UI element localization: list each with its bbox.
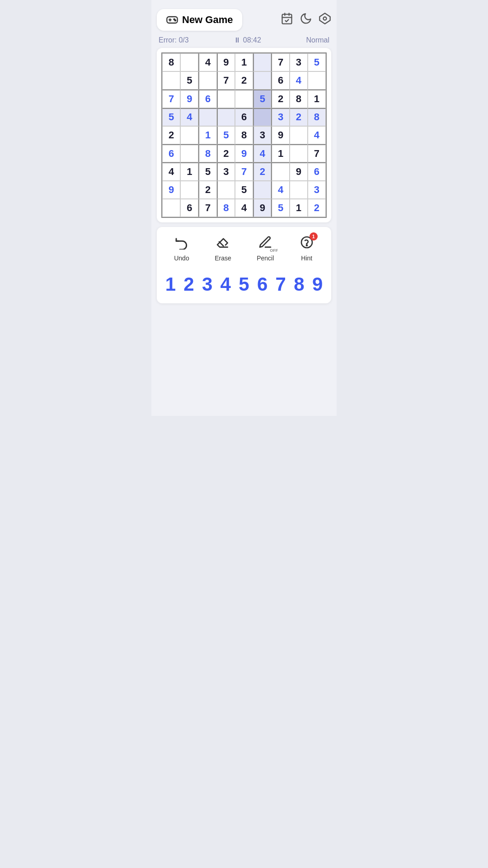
num-5-button[interactable]: 5 — [236, 272, 252, 297]
undo-button[interactable]: Undo — [174, 235, 189, 262]
cell[interactable]: 1 — [290, 199, 308, 217]
cell[interactable]: 3 — [217, 162, 235, 180]
cell[interactable]: 8 — [290, 90, 308, 108]
cell[interactable]: 5 — [235, 181, 253, 199]
cell[interactable] — [162, 71, 180, 90]
cell[interactable]: 5 — [308, 53, 326, 71]
cell[interactable] — [271, 162, 289, 180]
cell[interactable]: 6 — [235, 108, 253, 126]
cell[interactable]: 1 — [198, 126, 216, 144]
moon-icon[interactable] — [300, 12, 312, 28]
cell[interactable]: 7 — [308, 144, 326, 162]
cell[interactable]: 2 — [271, 90, 289, 108]
cell[interactable]: 9 — [180, 90, 198, 108]
cell[interactable]: 8 — [162, 53, 180, 71]
cell[interactable]: 6 — [308, 162, 326, 180]
cell[interactable]: 9 — [271, 126, 289, 144]
cell[interactable]: 6 — [162, 144, 180, 162]
cell[interactable]: 6 — [180, 199, 198, 217]
cell[interactable]: 8 — [235, 126, 253, 144]
cell[interactable]: 3 — [290, 53, 308, 71]
header-icons — [281, 12, 331, 28]
cell[interactable]: 6 — [198, 90, 216, 108]
cell[interactable]: 4 — [290, 71, 308, 90]
cell[interactable] — [198, 108, 216, 126]
cell[interactable] — [217, 108, 235, 126]
cell[interactable]: 2 — [217, 144, 235, 162]
cell[interactable]: 6 — [271, 71, 289, 90]
cell[interactable]: 2 — [235, 71, 253, 90]
cell[interactable] — [290, 144, 308, 162]
cell[interactable]: 7 — [162, 90, 180, 108]
pencil-button[interactable]: OFF Pencil — [257, 235, 274, 262]
cell[interactable]: 5 — [271, 199, 289, 217]
num-7-button[interactable]: 7 — [272, 272, 289, 297]
cell[interactable]: 8 — [308, 108, 326, 126]
cell[interactable] — [217, 90, 235, 108]
cell[interactable] — [180, 126, 198, 144]
cell[interactable]: 2 — [198, 181, 216, 199]
cell[interactable] — [180, 53, 198, 71]
cell[interactable]: 2 — [308, 199, 326, 217]
cell[interactable] — [253, 71, 271, 90]
cell[interactable]: 8 — [198, 144, 216, 162]
cell[interactable]: 3 — [253, 126, 271, 144]
cell[interactable]: 5 — [162, 108, 180, 126]
cell[interactable] — [198, 71, 216, 90]
cell[interactable]: 4 — [253, 144, 271, 162]
cell[interactable] — [253, 108, 271, 126]
cell[interactable] — [180, 181, 198, 199]
cell[interactable] — [290, 126, 308, 144]
cell[interactable]: 1 — [235, 53, 253, 71]
num-1-button[interactable]: 1 — [162, 272, 178, 297]
num-2-button[interactable]: 2 — [181, 272, 197, 297]
cell[interactable]: 1 — [271, 144, 289, 162]
cell[interactable]: 2 — [290, 108, 308, 126]
cell[interactable]: 5 — [253, 90, 271, 108]
num-4-button[interactable]: 4 — [217, 272, 234, 297]
settings-icon[interactable] — [319, 12, 331, 28]
cell[interactable] — [180, 144, 198, 162]
num-8-button[interactable]: 8 — [291, 272, 307, 297]
num-6-button[interactable]: 6 — [254, 272, 271, 297]
cell[interactable] — [290, 181, 308, 199]
cell[interactable]: 4 — [308, 126, 326, 144]
cell[interactable]: 9 — [217, 53, 235, 71]
cell[interactable]: 4 — [180, 108, 198, 126]
cell[interactable]: 3 — [271, 108, 289, 126]
cell[interactable]: 4 — [235, 199, 253, 217]
cell[interactable]: 9 — [162, 181, 180, 199]
cell[interactable]: 9 — [253, 199, 271, 217]
num-3-button[interactable]: 3 — [199, 272, 216, 297]
cell[interactable]: 5 — [198, 162, 216, 180]
new-game-button[interactable]: New Game — [157, 9, 242, 31]
hint-button[interactable]: 1 Hint — [300, 235, 314, 262]
cell[interactable] — [253, 53, 271, 71]
calendar-check-icon[interactable] — [281, 12, 293, 28]
cell[interactable] — [308, 71, 326, 90]
cell[interactable]: 2 — [253, 162, 271, 180]
cell[interactable]: 4 — [198, 53, 216, 71]
cell[interactable]: 7 — [198, 199, 216, 217]
cell[interactable]: 1 — [308, 90, 326, 108]
cell[interactable]: 7 — [271, 53, 289, 71]
cell[interactable]: 2 — [162, 126, 180, 144]
cell[interactable]: 8 — [217, 199, 235, 217]
cell[interactable] — [235, 90, 253, 108]
cell[interactable]: 7 — [235, 162, 253, 180]
cell[interactable]: 1 — [180, 162, 198, 180]
num-9-button[interactable]: 9 — [310, 272, 326, 297]
cell[interactable] — [253, 181, 271, 199]
cell[interactable]: 9 — [235, 144, 253, 162]
cell[interactable] — [217, 181, 235, 199]
cell[interactable]: 4 — [271, 181, 289, 199]
cell[interactable]: 5 — [180, 71, 198, 90]
cell[interactable]: 9 — [290, 162, 308, 180]
cell[interactable]: 4 — [162, 162, 180, 180]
cell[interactable]: 5 — [217, 126, 235, 144]
cell[interactable]: 7 — [217, 71, 235, 90]
cell[interactable] — [162, 199, 180, 217]
sudoku-grid[interactable]: 8491735572647965281546328215839468294174… — [161, 52, 327, 218]
cell[interactable]: 3 — [308, 181, 326, 199]
erase-button[interactable]: Erase — [215, 235, 231, 262]
